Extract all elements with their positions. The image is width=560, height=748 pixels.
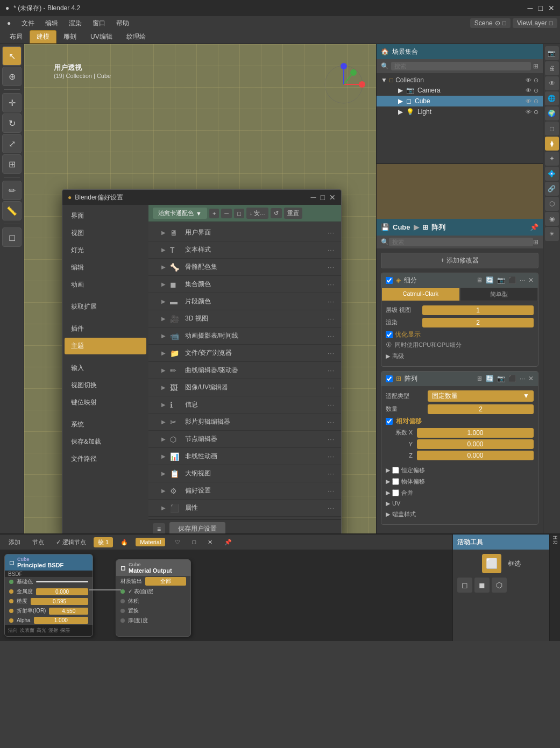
annotate-btn[interactable]: ✏ <box>2 181 22 200</box>
node-tab-copy[interactable]: □ <box>188 538 200 546</box>
select-tool-btn[interactable]: ↖ <box>2 46 22 66</box>
node-tab-logic[interactable]: ✓ 逻辑节点 <box>52 537 90 547</box>
pref-item-navigation[interactable]: 视图切换 <box>65 377 146 394</box>
pref-close-btn[interactable]: ✕ <box>329 193 336 202</box>
menu-file[interactable]: 文件 <box>17 18 39 29</box>
node-tab-material[interactable]: Material <box>136 538 165 546</box>
pref-theme-nla[interactable]: ▶ 📊 非线性动画 ··· <box>148 448 341 465</box>
outliner-filter-icon[interactable]: ⊞ <box>533 62 538 70</box>
subdivision-render-value[interactable]: 2 <box>422 318 534 327</box>
move-tool-btn[interactable]: ✛ <box>2 93 22 112</box>
pref-theme-outliner[interactable]: ▶ 📋 大纲视图 ··· <box>148 465 341 482</box>
menu-edit[interactable]: 编辑 <box>41 18 62 29</box>
const-offset-checkbox[interactable] <box>392 467 399 474</box>
prop-modifier-icon active[interactable]: ⧫ <box>545 137 559 151</box>
array-dots[interactable]: ··· <box>520 375 525 382</box>
pref-item-viewport[interactable]: 视图 <box>65 225 146 241</box>
offset-y-value[interactable]: 0.000 <box>417 439 534 449</box>
pref-item-get-extensions[interactable]: 获取扩展 <box>65 298 146 315</box>
base-color-value[interactable] <box>36 581 88 582</box>
array-icon4[interactable]: ⬛ <box>508 375 516 382</box>
node-tab-fire[interactable]: 🔥 <box>116 538 132 547</box>
pref-menu-btn[interactable]: ≡ <box>153 523 165 534</box>
pref-item-input[interactable]: 输入 <box>65 360 146 376</box>
collection-restrict-icon[interactable]: ⊙ <box>534 77 538 84</box>
merge-checkbox[interactable] <box>392 489 399 496</box>
node-tool-1[interactable]: H <box>552 536 558 539</box>
light-restrict-icon[interactable]: ⊙ <box>534 109 538 116</box>
prop-material-icon[interactable]: ◉ <box>545 212 559 226</box>
subdivision-optimize-checkbox[interactable]: 优化显示 <box>386 330 534 339</box>
node-tool-2[interactable]: R <box>552 540 558 544</box>
camera-vis-icon[interactable]: 👁 <box>526 87 531 94</box>
subdivision-level-value[interactable]: 1 <box>422 305 534 315</box>
collection-vis-icon[interactable]: 👁 <box>526 77 531 84</box>
roughness-value[interactable]: 0.595 <box>31 598 88 605</box>
array-icon2[interactable]: 🔄 <box>486 375 494 382</box>
viewport-gizmo[interactable]: X Y Z <box>322 63 365 106</box>
pref-theme-image[interactable]: ▶ 🖼 图像/UV编辑器 ··· <box>148 379 341 396</box>
offset-z-value[interactable]: 0.000 <box>417 451 534 460</box>
pref-theme-clip[interactable]: ▶ ✂ 影片剪辑编辑器 ··· <box>148 414 341 431</box>
pref-item-file-paths[interactable]: 文件路径 <box>65 451 146 467</box>
caps-expandable[interactable]: ▶ 端盖样式 <box>386 509 534 520</box>
offset-x-value[interactable]: 1.000 <box>417 428 534 438</box>
pref-item-interface[interactable]: 界面 <box>65 208 146 224</box>
outliner-item-light[interactable]: ▶ 💡 Light 👁 ⊙ <box>377 106 543 117</box>
minimize-button[interactable]: ─ <box>528 4 533 12</box>
add-cube-btn[interactable]: ◻ <box>2 227 22 247</box>
pref-item-animation[interactable]: 动画 <box>65 276 146 293</box>
pref-minimize-btn[interactable]: ─ <box>311 193 316 202</box>
subdivision-icon2[interactable]: 🔄 <box>486 276 494 284</box>
scale-tool-btn[interactable]: ⤢ <box>2 134 22 153</box>
pref-theme-filebrowser[interactable]: ▶ 📁 文件/资产浏览器 ··· <box>148 345 341 362</box>
array-close-icon[interactable]: ✕ <box>528 375 534 382</box>
transform-tool-btn[interactable]: ⊞ <box>2 154 22 174</box>
const-offset-expandable[interactable]: ▶ 恒定偏移 <box>386 465 534 476</box>
tab-uv-editing[interactable]: UV编辑 <box>83 30 119 44</box>
measure-btn[interactable]: 📏 <box>2 201 22 220</box>
uv-expandable[interactable]: ▶ UV <box>386 498 534 509</box>
node-tab-pin[interactable]: 📌 <box>220 538 236 547</box>
maximize-button[interactable]: □ <box>538 4 543 12</box>
optimize-display-checkbox[interactable] <box>386 331 393 338</box>
object-offset-checkbox[interactable] <box>392 478 399 485</box>
outliner-search-input[interactable] <box>391 62 531 70</box>
pref-install-theme-btn[interactable]: ↓ 安... <box>246 208 268 219</box>
tool-icon-select[interactable]: ◻ <box>457 578 472 593</box>
viewport-3d[interactable]: ◻ 物体模式 视图 选择 添加 物体 全局 ⊞ ⊙ 选项 用户透视 (19) C… <box>24 44 376 533</box>
subdivision-advanced-expandable[interactable]: ▶ 高级 <box>386 351 534 362</box>
prop-data-icon[interactable]: ⬡ <box>545 197 559 211</box>
pref-item-system[interactable]: 系统 <box>65 416 146 433</box>
tab-layout[interactable]: 布局 <box>3 30 30 44</box>
camera-restrict-icon[interactable]: ⊙ <box>534 87 538 94</box>
array-icon1[interactable]: 🖥 <box>476 375 483 382</box>
ior-value[interactable]: 4.550 <box>49 608 88 615</box>
prop-render-icon[interactable]: 📷 <box>545 46 559 60</box>
prop-scene-icon[interactable]: 🌐 <box>545 91 559 105</box>
prop-particles-icon[interactable]: ✦ <box>545 152 559 166</box>
tab-modeling[interactable]: 建模 <box>30 30 56 44</box>
pref-item-keymap[interactable]: 键位映射 <box>65 394 146 411</box>
pref-maximize-btn[interactable]: □ <box>321 193 325 202</box>
pref-item-editing[interactable]: 编辑 <box>65 259 146 276</box>
cube-vis-icon[interactable]: 👁 <box>526 98 531 105</box>
subdivision-icon3[interactable]: 📷 <box>497 276 505 284</box>
light-vis-icon[interactable]: 👁 <box>526 109 531 116</box>
node-tab-add-icon[interactable]: ♡ <box>171 538 185 547</box>
tab-texture-paint[interactable]: 纹理绘 <box>119 30 153 44</box>
menu-help[interactable]: 帮助 <box>112 18 133 29</box>
node-tab-nodes[interactable]: 节点 <box>28 537 48 547</box>
node-tab-material-level[interactable]: 棱 1 <box>94 537 113 547</box>
menu-render[interactable]: 渲染 <box>65 18 86 29</box>
pref-theme-3dview[interactable]: ▶ 🎥 3D 视图 ··· <box>148 310 341 327</box>
tool-icon-lasso[interactable]: ◼ <box>474 578 490 593</box>
pref-theme-nodes[interactable]: ▶ ⬡ 节点编辑器 ··· <box>148 431 341 448</box>
tool-icon-circle[interactable]: ⬡ <box>492 578 507 593</box>
array-adapt-dropdown[interactable]: 固定数量 ▼ <box>428 390 534 402</box>
catmull-clark-tab[interactable]: Catmull-Clark <box>381 288 460 301</box>
subdivision-icon4[interactable]: ⬛ <box>508 276 516 284</box>
metallic-value[interactable]: 0.000 <box>36 588 88 595</box>
pref-item-themes[interactable]: 主题 <box>65 338 146 354</box>
properties-pin-icon[interactable]: 📌 <box>530 223 538 231</box>
